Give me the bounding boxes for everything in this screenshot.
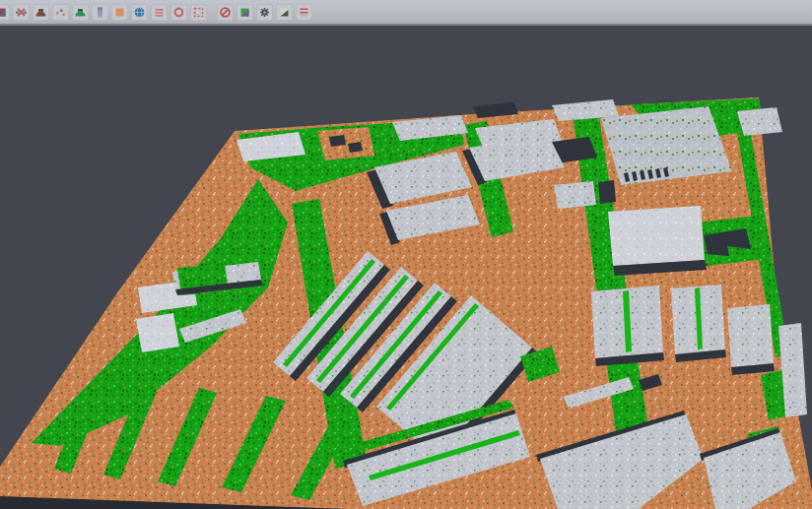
hourglass-icon[interactable] <box>276 4 293 21</box>
vegetation-icon[interactable] <box>72 4 89 21</box>
globe-icon-glyph <box>133 6 146 19</box>
scatter-points-icon[interactable] <box>52 4 69 21</box>
scatter-points-icon-glyph <box>54 6 67 19</box>
globe-icon[interactable] <box>131 4 148 21</box>
classification-icon[interactable] <box>237 4 253 21</box>
classification-icon-glyph <box>238 6 251 19</box>
ground-class-icon-glyph <box>113 6 126 19</box>
application-window <box>0 0 812 509</box>
building-r2 <box>554 181 596 209</box>
flag-icon-glyph <box>298 6 310 19</box>
points-cross-icon-glyph <box>15 6 28 19</box>
bare-patch-2 <box>136 313 179 352</box>
column-icon[interactable] <box>92 4 108 21</box>
points-cross-icon[interactable] <box>13 4 30 21</box>
no-entry-icon[interactable] <box>217 4 234 21</box>
point-cloud-render <box>0 0 812 509</box>
point-cloud-viewport[interactable] <box>0 0 812 509</box>
terrain-icon-glyph <box>34 6 47 19</box>
flag-icon[interactable] <box>296 4 312 21</box>
file-icon[interactable] <box>0 4 10 21</box>
building-big-light <box>608 206 705 266</box>
hall-r5 <box>727 304 774 367</box>
list-icon[interactable] <box>151 4 168 21</box>
column-icon-glyph <box>94 6 106 19</box>
terrain-icon[interactable] <box>33 4 49 21</box>
ground-patch-top <box>317 127 374 160</box>
selection-frame-icon[interactable] <box>190 4 207 21</box>
settings-gear-icon-glyph <box>258 6 271 19</box>
roof-small-dark-1 <box>329 135 346 147</box>
vegetation-icon-glyph <box>74 6 87 19</box>
ground-class-icon[interactable] <box>111 4 128 21</box>
list-icon-glyph <box>153 6 166 19</box>
selection-frame-icon-glyph <box>192 6 205 19</box>
no-entry-icon-glyph <box>219 6 232 19</box>
ring-icon-glyph <box>172 6 185 19</box>
roof-top-right <box>737 107 782 136</box>
settings-gear-icon[interactable] <box>256 4 273 21</box>
roof-dark-r2 <box>598 180 616 204</box>
main-toolbar <box>0 0 812 26</box>
ring-icon[interactable] <box>170 4 187 21</box>
hourglass-icon-glyph <box>278 6 291 19</box>
file-icon-glyph <box>0 6 8 19</box>
